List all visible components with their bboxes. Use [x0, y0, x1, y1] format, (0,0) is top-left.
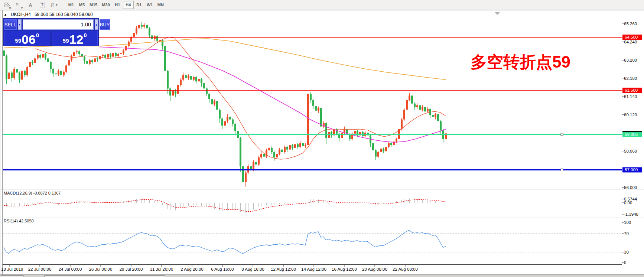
sell-price-big: 06 — [22, 34, 36, 45]
timeframe-button-m1[interactable]: M1 — [66, 1, 77, 9]
symbol-period-label: UKOil-,H4 — [11, 12, 31, 17]
volume-increase-button[interactable]: ▲ — [95, 19, 98, 30]
svg-text:56.000: 56.000 — [624, 185, 637, 190]
toolbar: E F A T ⇵▼ M1M5M15M30H1H4D1W1MN — [0, 0, 644, 10]
buy-button[interactable]: BUY — [100, 19, 110, 30]
fibonacci-grid-icon[interactable]: F — [14, 1, 23, 9]
svg-text:22 Aug 08:00: 22 Aug 08:00 — [393, 267, 418, 271]
svg-text:65.260: 65.260 — [624, 22, 637, 26]
svg-text:70: 70 — [624, 231, 629, 236]
moving-averages — [4, 37, 446, 159]
timeframe-buttons: M1M5M15M30H1H4D1W1MN — [66, 1, 166, 9]
rsi-layer — [3, 230, 622, 254]
sell-button[interactable]: SELL — [4, 19, 17, 30]
chart-shift-marker-icon[interactable] — [495, 12, 500, 15]
svg-text:64.240: 64.240 — [624, 40, 637, 44]
svg-text:24 Jul 00:00: 24 Jul 00:00 — [59, 267, 82, 271]
volume-decrease-button[interactable]: ▼ — [18, 19, 22, 30]
mt4-terminal: E F A T ⇵▼ M1M5M15M30H1H4D1W1MN — [0, 0, 644, 277]
bottom-dock-edge — [0, 274, 644, 277]
dock-tab[interactable] — [45, 275, 165, 277]
text-box-icon[interactable]: T — [38, 1, 47, 9]
macd-histogram — [4, 198, 446, 213]
line-handle[interactable] — [561, 133, 563, 136]
svg-text:100: 100 — [624, 220, 631, 225]
svg-text:18 Jul 2019: 18 Jul 2019 — [1, 267, 23, 271]
timeframe-button-m30[interactable]: M30 — [100, 1, 112, 9]
timeframe-button-h4[interactable]: H4 — [123, 1, 134, 9]
svg-text:12 Aug 12:00: 12 Aug 12:00 — [271, 267, 296, 271]
macd-label: MACD(12,26,9) -0.0872 0.1367 — [4, 191, 61, 195]
svg-text:20 Aug 08:00: 20 Aug 08:00 — [362, 267, 387, 271]
timeframe-button-d1[interactable]: D1 — [134, 1, 144, 9]
svg-text:59.005: 59.005 — [625, 132, 638, 137]
line-handle[interactable] — [561, 169, 563, 171]
arrange-arrows-icon[interactable]: ⇵▼ — [50, 1, 59, 9]
svg-text:29 Jul 20:00: 29 Jul 20:00 — [120, 267, 143, 271]
svg-text:0: 0 — [624, 260, 626, 265]
svg-text:61.500: 61.500 — [625, 88, 638, 92]
svg-text:0.00: 0.00 — [624, 201, 632, 205]
sell-price-sup: 0 — [36, 32, 39, 38]
svg-text:2 Aug 20:00: 2 Aug 20:00 — [180, 267, 203, 271]
ohlc-values: 59.060 59.160 59.040 59.060 — [35, 12, 93, 17]
buy-price-big: 12 — [69, 34, 84, 45]
expert-advisor-icon[interactable]: E — [2, 1, 11, 9]
svg-text:61.140: 61.140 — [624, 94, 637, 99]
svg-text:63.200: 63.200 — [624, 58, 637, 62]
svg-text:57.000: 57.000 — [625, 167, 638, 172]
svg-text:62.180: 62.180 — [624, 76, 637, 81]
buy-price-sup: 0 — [84, 32, 87, 38]
collapse-panel-icon[interactable]: ▲ — [4, 13, 7, 16]
chart-canvas[interactable]: 64.50061.50059.00557.00065.26064.24063.2… — [0, 10, 644, 274]
timeframe-button-w1[interactable]: W1 — [144, 1, 155, 9]
price-axis[interactable]: 64.50061.50059.00557.00065.26064.24063.2… — [622, 22, 642, 265]
svg-text:14 Aug 12:00: 14 Aug 12:00 — [301, 267, 326, 271]
chart-title: ▲ UKOil-,H4 59.060 59.160 59.040 59.060 — [4, 12, 93, 17]
buy-price-tile[interactable]: 59 12 0 — [52, 31, 98, 46]
time-axis[interactable]: 18 Jul 201922 Jul 00:0024 Jul 00:0026 Ju… — [1, 265, 418, 271]
svg-text:30: 30 — [624, 250, 629, 254]
timeframe-button-h1[interactable]: H1 — [112, 1, 123, 9]
svg-text:31 Jul 20:00: 31 Jul 20:00 — [150, 267, 173, 271]
timeframe-button-m5[interactable]: M5 — [77, 1, 87, 9]
volume-input[interactable] — [23, 19, 94, 30]
svg-text:6 Aug 16:00: 6 Aug 16:00 — [211, 267, 234, 271]
text-label-icon[interactable]: A — [26, 1, 35, 9]
one-click-trade-panel: SELL ▼ ▲ BUY 59 06 0 59 12 0 — [3, 18, 99, 46]
svg-text:64.500: 64.500 — [625, 35, 638, 39]
buy-price-prefix: 59 — [63, 38, 69, 44]
sell-price-prefix: 59 — [15, 38, 21, 44]
svg-text:16 Aug 12:00: 16 Aug 12:00 — [332, 267, 357, 271]
dock-tab[interactable] — [1, 275, 23, 277]
sell-price-tile[interactable]: 59 06 0 — [4, 31, 50, 46]
timeframe-button-mn[interactable]: MN — [155, 1, 166, 9]
svg-text:8 Aug 16:00: 8 Aug 16:00 — [241, 267, 264, 271]
svg-text:26 Jul 00:00: 26 Jul 00:00 — [89, 267, 113, 271]
svg-text:-1.3948: -1.3948 — [624, 212, 638, 216]
rsi-label: RSI(14) 42.5050 — [4, 219, 34, 223]
chart-window: 64.50061.50059.00557.00065.26064.24063.2… — [0, 10, 644, 274]
svg-text:58.060: 58.060 — [624, 149, 637, 153]
timeframe-button-m15[interactable]: M15 — [87, 1, 100, 9]
dropdown-caret-icon[interactable]: ▼ — [55, 3, 58, 7]
svg-text:22 Jul 00:00: 22 Jul 00:00 — [28, 267, 52, 271]
chart-text-annotation[interactable]: 多空转折点59 — [471, 54, 570, 70]
svg-text:60.120: 60.120 — [624, 113, 637, 117]
toolbar-separator — [63, 1, 63, 9]
